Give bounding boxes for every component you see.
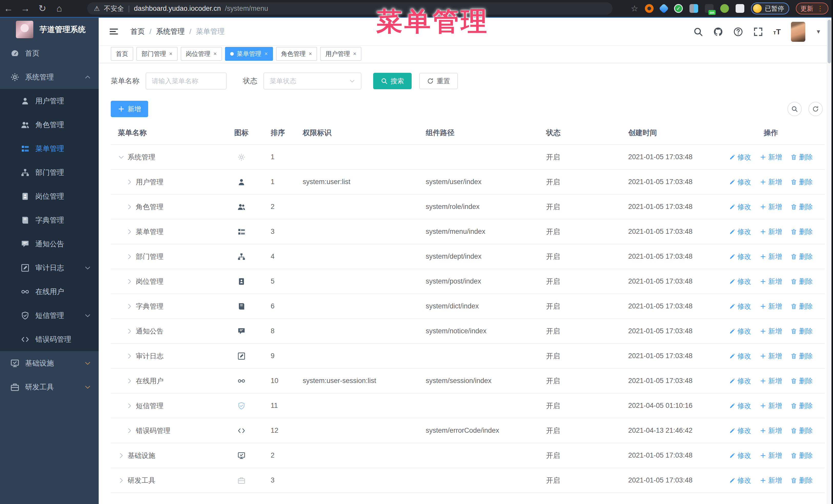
- expand-row-icon[interactable]: [126, 203, 133, 210]
- extension-on-icon[interactable]: on: [705, 4, 714, 13]
- delete-link[interactable]: 删除: [791, 426, 813, 435]
- collapse-row-icon[interactable]: [118, 154, 124, 161]
- sidebar-item-dev-tools[interactable]: 研发工具: [0, 375, 99, 399]
- edit-link[interactable]: 修改: [729, 202, 751, 212]
- add-link[interactable]: 新增: [760, 327, 782, 336]
- expand-row-icon[interactable]: [126, 179, 133, 185]
- expand-row-icon[interactable]: [126, 328, 133, 335]
- edit-link[interactable]: 修改: [729, 252, 751, 261]
- sidebar-item-post[interactable]: 岗位管理: [0, 184, 99, 208]
- sidebar-item-dept[interactable]: 部门管理: [0, 161, 99, 184]
- refresh-table-button[interactable]: [808, 102, 823, 116]
- status-select[interactable]: 菜单状态: [263, 73, 361, 90]
- github-icon[interactable]: [713, 27, 723, 37]
- sidebar-item-menu[interactable]: 菜单管理: [0, 137, 99, 161]
- expand-row-icon[interactable]: [126, 427, 133, 434]
- breadcrumb-home[interactable]: 首页: [130, 27, 145, 37]
- extension-gem-icon[interactable]: [659, 3, 669, 14]
- reset-button[interactable]: 重置: [419, 73, 458, 89]
- sidebar-item-system[interactable]: 系统管理: [0, 65, 99, 89]
- extensions-puzzle-icon[interactable]: [736, 4, 744, 13]
- delete-link[interactable]: 删除: [791, 352, 813, 361]
- browser-back-icon[interactable]: ←: [0, 3, 17, 14]
- add-link[interactable]: 新增: [760, 252, 782, 261]
- edit-link[interactable]: 修改: [729, 426, 751, 435]
- delete-link[interactable]: 删除: [791, 451, 813, 460]
- close-icon[interactable]: ×: [169, 50, 172, 57]
- tab-user[interactable]: 用户管理×: [320, 47, 361, 61]
- sidebar-item-dict[interactable]: 字典管理: [0, 208, 99, 232]
- hamburger-icon[interactable]: [109, 27, 119, 37]
- sidebar-item-notice[interactable]: 通知公告: [0, 232, 99, 256]
- toggle-search-button[interactable]: [787, 102, 802, 116]
- sidebar-item-role[interactable]: 角色管理: [0, 113, 99, 137]
- close-icon[interactable]: ×: [264, 50, 268, 57]
- expand-row-icon[interactable]: [118, 477, 124, 484]
- scrollbar-thumb[interactable]: [828, 20, 831, 63]
- sidebar-item-home[interactable]: 首页: [0, 41, 99, 65]
- edit-link[interactable]: 修改: [729, 451, 751, 460]
- edit-link[interactable]: 修改: [729, 352, 751, 361]
- sidebar-item-online-user[interactable]: 在线用户: [0, 280, 99, 304]
- app-logo[interactable]: 芋道管理系统: [0, 18, 99, 41]
- expand-row-icon[interactable]: [118, 452, 124, 459]
- add-link[interactable]: 新增: [760, 426, 782, 435]
- add-link[interactable]: 新增: [760, 227, 782, 236]
- delete-link[interactable]: 删除: [791, 252, 813, 261]
- delete-link[interactable]: 删除: [791, 401, 813, 410]
- search-icon[interactable]: [693, 27, 703, 37]
- edit-link[interactable]: 修改: [729, 327, 751, 336]
- sidebar-item-error-code[interactable]: 错误码管理: [0, 327, 99, 351]
- delete-link[interactable]: 删除: [791, 302, 813, 311]
- close-icon[interactable]: ×: [353, 50, 356, 57]
- expand-row-icon[interactable]: [126, 278, 133, 285]
- expand-row-icon[interactable]: [126, 403, 133, 409]
- delete-link[interactable]: 删除: [791, 152, 813, 162]
- edit-link[interactable]: 修改: [729, 277, 751, 286]
- extension-orange-icon[interactable]: [645, 4, 653, 13]
- browser-menu-dots-icon[interactable]: ⋮: [817, 5, 824, 13]
- breadcrumb-system[interactable]: 系统管理: [156, 27, 185, 37]
- close-icon[interactable]: ×: [214, 50, 217, 57]
- browser-reload-icon[interactable]: ↻: [34, 3, 51, 14]
- sidebar-item-infra[interactable]: 基础设施: [0, 351, 99, 375]
- add-button[interactable]: 新增: [111, 101, 148, 117]
- browser-home-icon[interactable]: ⌂: [51, 3, 68, 14]
- add-link[interactable]: 新增: [760, 376, 782, 386]
- page-scrollbar[interactable]: [827, 18, 831, 504]
- tab-menu[interactable]: 菜单管理×: [225, 47, 273, 61]
- add-link[interactable]: 新增: [760, 177, 782, 187]
- edit-link[interactable]: 修改: [729, 227, 751, 236]
- delete-link[interactable]: 删除: [791, 177, 813, 187]
- delete-link[interactable]: 删除: [791, 376, 813, 386]
- edit-link[interactable]: 修改: [729, 177, 751, 187]
- browser-forward-icon[interactable]: →: [17, 3, 34, 14]
- add-link[interactable]: 新增: [760, 476, 782, 485]
- extension-monkey-icon[interactable]: [720, 4, 729, 13]
- browser-profile-paused[interactable]: 已暂停: [751, 3, 789, 14]
- expand-row-icon[interactable]: [126, 353, 133, 359]
- delete-link[interactable]: 删除: [791, 277, 813, 286]
- delete-link[interactable]: 删除: [791, 227, 813, 236]
- delete-link[interactable]: 删除: [791, 476, 813, 485]
- tab-post[interactable]: 岗位管理×: [181, 47, 222, 61]
- font-size-icon[interactable]: тT: [773, 27, 781, 36]
- expand-row-icon[interactable]: [126, 303, 133, 310]
- browser-update-button[interactable]: 更新 ⋮: [796, 3, 828, 14]
- edit-link[interactable]: 修改: [729, 302, 751, 311]
- edit-link[interactable]: 修改: [729, 376, 751, 386]
- add-link[interactable]: 新增: [760, 451, 782, 460]
- add-link[interactable]: 新增: [760, 352, 782, 361]
- add-link[interactable]: 新增: [760, 152, 782, 162]
- add-link[interactable]: 新增: [760, 277, 782, 286]
- address-bar[interactable]: ⚠ 不安全 | dashboard.yudao.iocoder.cn/syste…: [87, 2, 613, 15]
- avatar-caret-icon[interactable]: ▼: [815, 28, 821, 35]
- menu-name-input[interactable]: [146, 73, 227, 90]
- avatar[interactable]: [791, 22, 805, 42]
- search-button[interactable]: 搜索: [373, 73, 412, 89]
- extension-check-icon[interactable]: ✓: [674, 4, 683, 13]
- delete-link[interactable]: 删除: [791, 327, 813, 336]
- extension-duo-icon[interactable]: [689, 4, 698, 13]
- add-link[interactable]: 新增: [760, 401, 782, 410]
- tab-home[interactable]: 首页: [111, 47, 133, 61]
